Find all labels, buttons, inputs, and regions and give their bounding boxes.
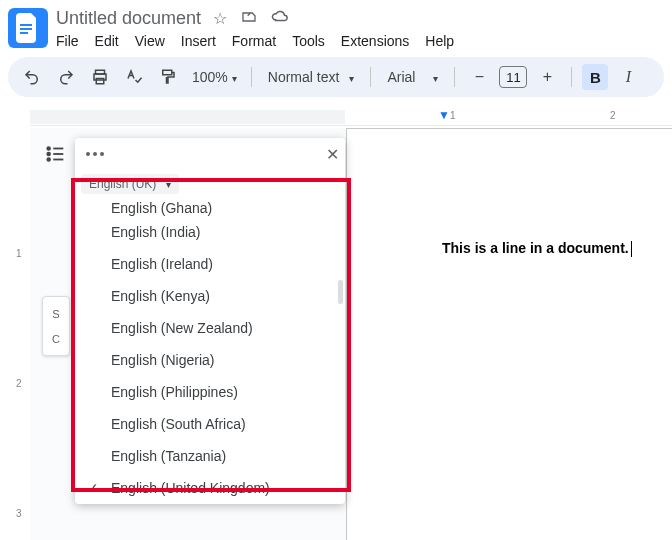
svg-point-11 bbox=[47, 158, 50, 161]
menu-insert[interactable]: Insert bbox=[181, 33, 216, 49]
horizontal-ruler[interactable]: 1 2 bbox=[30, 110, 672, 126]
check-icon: ✓ bbox=[87, 480, 99, 496]
bold-button[interactable]: B bbox=[582, 64, 608, 90]
svg-rect-6 bbox=[163, 70, 172, 75]
panel-close-button[interactable]: ✕ bbox=[326, 145, 339, 164]
svg-point-7 bbox=[47, 147, 50, 150]
current-language-chip[interactable]: English (UK)▾ bbox=[81, 174, 179, 194]
decrease-font-button[interactable]: − bbox=[465, 63, 493, 91]
menu-tools[interactable]: Tools bbox=[292, 33, 325, 49]
menu-extensions[interactable]: Extensions bbox=[341, 33, 409, 49]
document-text[interactable]: This is a line in a document. bbox=[442, 240, 632, 257]
star-icon[interactable]: ☆ bbox=[213, 9, 227, 29]
scrollbar-thumb[interactable] bbox=[338, 280, 343, 304]
document-page[interactable] bbox=[346, 128, 672, 540]
text-cursor bbox=[631, 241, 632, 257]
cloud-status-icon[interactable] bbox=[271, 9, 289, 29]
svg-rect-2 bbox=[20, 32, 28, 34]
print-button[interactable] bbox=[86, 63, 114, 91]
undo-button[interactable] bbox=[18, 63, 46, 91]
svg-point-9 bbox=[47, 153, 50, 156]
toolbar: 100%▾ Normal text▾ Arial▾ − 11 + B I bbox=[8, 57, 664, 97]
language-option[interactable]: English (Philippines) bbox=[75, 376, 345, 408]
paint-format-button[interactable] bbox=[154, 63, 182, 91]
indent-marker-icon[interactable]: ▼ bbox=[438, 108, 450, 122]
language-option[interactable]: English (Kenya) bbox=[75, 280, 345, 312]
increase-font-button[interactable]: + bbox=[533, 63, 561, 91]
language-option[interactable]: English (Nigeria) bbox=[75, 344, 345, 376]
document-title[interactable]: Untitled document bbox=[56, 8, 201, 29]
zoom-select[interactable]: 100%▾ bbox=[188, 69, 241, 85]
redo-button[interactable] bbox=[52, 63, 80, 91]
menu-view[interactable]: View bbox=[135, 33, 165, 49]
svg-rect-1 bbox=[20, 28, 32, 30]
move-icon[interactable] bbox=[241, 9, 257, 29]
docs-logo[interactable] bbox=[8, 8, 48, 48]
menu-file[interactable]: File bbox=[56, 33, 79, 49]
title-bar: Untitled document ☆ File Edit View Inser… bbox=[0, 0, 672, 49]
language-panel: ✕ English (UK)▾ English (Ghana) English … bbox=[75, 138, 345, 504]
menu-help[interactable]: Help bbox=[425, 33, 454, 49]
outline-toggle-button[interactable] bbox=[42, 140, 70, 168]
language-option[interactable]: English (Tanzania) bbox=[75, 440, 345, 472]
side-card[interactable]: S C bbox=[42, 296, 70, 356]
font-select[interactable]: Arial▾ bbox=[381, 69, 444, 85]
svg-rect-0 bbox=[20, 24, 32, 26]
menu-edit[interactable]: Edit bbox=[95, 33, 119, 49]
language-option[interactable]: English (Ireland) bbox=[75, 248, 345, 280]
language-option-selected[interactable]: ✓ English (United Kingdom) bbox=[75, 472, 345, 504]
paragraph-style-select[interactable]: Normal text▾ bbox=[262, 69, 361, 85]
panel-more-icon[interactable] bbox=[81, 140, 109, 168]
language-option[interactable]: English (South Africa) bbox=[75, 408, 345, 440]
language-option[interactable]: English (India) bbox=[75, 216, 345, 248]
menu-format[interactable]: Format bbox=[232, 33, 276, 49]
spellcheck-button[interactable] bbox=[120, 63, 148, 91]
menubar: File Edit View Insert Format Tools Exten… bbox=[56, 33, 454, 49]
vertical-ruler[interactable]: 1 2 3 bbox=[16, 128, 30, 540]
italic-button[interactable]: I bbox=[614, 63, 642, 91]
language-option[interactable]: English (Ghana) bbox=[75, 198, 345, 216]
language-option[interactable]: English (New Zealand) bbox=[75, 312, 345, 344]
language-list: English (Ghana) English (India) English … bbox=[75, 198, 345, 504]
font-size-input[interactable]: 11 bbox=[499, 66, 527, 88]
